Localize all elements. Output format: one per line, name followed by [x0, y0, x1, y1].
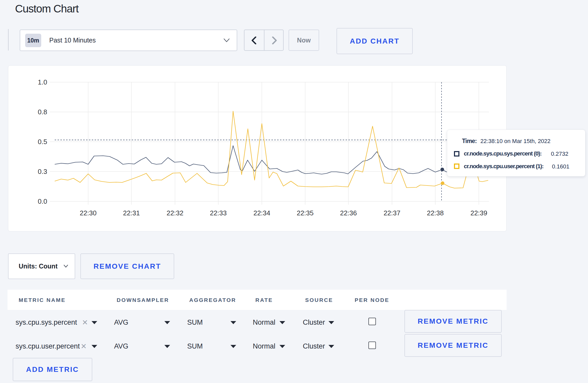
svg-text:22:35: 22:35	[297, 209, 313, 217]
svg-text:22:37: 22:37	[383, 209, 400, 217]
svg-text:22:39: 22:39	[470, 209, 487, 217]
svg-text:0.0: 0.0	[38, 197, 47, 205]
svg-text:22:33: 22:33	[210, 209, 227, 217]
svg-text:22:31: 22:31	[123, 209, 140, 217]
svg-text:22:34: 22:34	[253, 209, 270, 217]
svg-text:22:30: 22:30	[80, 209, 96, 217]
svg-text:0.3: 0.3	[38, 168, 47, 175]
svg-text:22:32: 22:32	[166, 209, 183, 217]
svg-text:22:36: 22:36	[340, 209, 357, 217]
svg-text:0.8: 0.8	[38, 108, 47, 116]
svg-text:0.5: 0.5	[38, 138, 47, 146]
svg-text:22:38: 22:38	[427, 209, 444, 217]
svg-text:1.0: 1.0	[38, 78, 47, 86]
